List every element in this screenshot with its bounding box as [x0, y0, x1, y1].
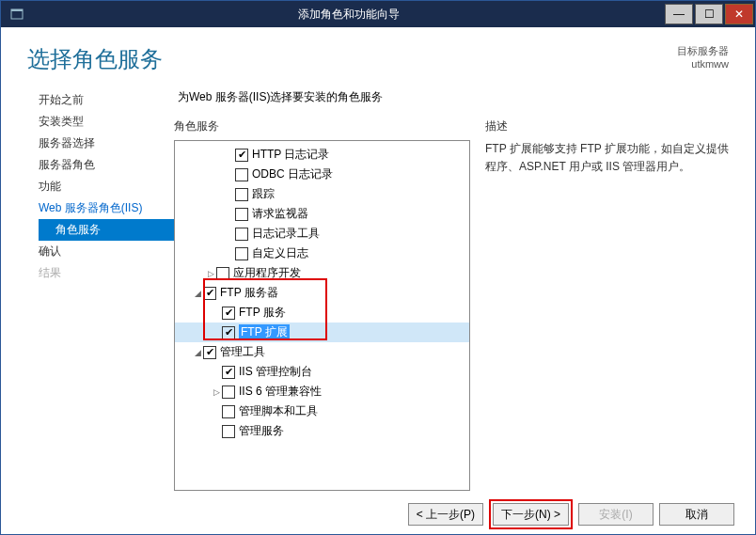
sidebar: 开始之前安装类型服务器选择服务器角色功能Web 服务器角色(IIS)角色服务确认… — [16, 86, 174, 491]
content-area: 选择角色服务 目标服务器 utkmww 开始之前安装类型服务器选择服务器角色功能… — [1, 27, 755, 534]
sidebar-item-2[interactable]: 服务器选择 — [39, 133, 174, 154]
tree-label: FTP 扩展 — [239, 324, 290, 340]
tree-row-7[interactable]: ◢FTP 服务器 — [175, 283, 469, 303]
checkbox[interactable] — [203, 346, 216, 359]
sidebar-item-5[interactable]: Web 服务器角色(IIS) — [39, 197, 174, 219]
maximize-button[interactable]: ☐ — [695, 4, 723, 24]
tree-row-2[interactable]: ▷跟踪 — [175, 184, 469, 204]
svg-rect-1 — [11, 9, 23, 11]
install-button: 安装(I) — [578, 503, 654, 526]
tree-row-0[interactable]: ▷HTTP 日志记录 — [175, 145, 469, 165]
tree-row-8[interactable]: ▷FTP 服务 — [175, 303, 469, 323]
tree-row-5[interactable]: ▷自定义日志 — [175, 244, 469, 263]
columns: 角色服务 ▷HTTP 日志记录▷ODBC 日志记录▷跟踪▷请求监视器▷日志记录工… — [174, 118, 736, 491]
sidebar-item-8: 结果 — [39, 262, 174, 284]
expand-icon[interactable]: ▷ — [205, 269, 216, 278]
page-title: 选择角色服务 — [27, 44, 163, 74]
titlebar: 添加角色和功能向导 — ☐ ✕ — [1, 1, 755, 27]
description-column: 描述 FTP 扩展能够支持 FTP 扩展功能，如自定义提供程序、ASP.NET … — [485, 118, 736, 491]
tree-label: FTP 服务器 — [220, 285, 278, 301]
close-button[interactable]: ✕ — [725, 4, 753, 24]
description-label: 描述 — [485, 118, 736, 134]
checkbox[interactable] — [235, 149, 248, 162]
checkbox[interactable] — [235, 188, 248, 201]
tree-row-14[interactable]: ▷管理服务 — [175, 421, 469, 441]
description-text: FTP 扩展能够支持 FTP 扩展功能，如自定义提供程序、ASP.NET 用户或… — [485, 140, 736, 176]
checkbox[interactable] — [235, 168, 248, 181]
body: 开始之前安装类型服务器选择服务器角色功能Web 服务器角色(IIS)角色服务确认… — [1, 82, 755, 495]
tree-label: HTTP 日志记录 — [252, 147, 329, 163]
checkbox[interactable] — [216, 267, 229, 280]
sidebar-item-0[interactable]: 开始之前 — [39, 89, 174, 111]
checkbox[interactable] — [235, 208, 248, 221]
expand-icon[interactable]: ◢ — [192, 348, 203, 357]
sidebar-item-4[interactable]: 功能 — [39, 176, 174, 197]
tree-label: IIS 6 管理兼容性 — [239, 384, 322, 400]
checkbox[interactable] — [235, 247, 248, 260]
tree-row-10[interactable]: ◢管理工具 — [175, 342, 469, 362]
checkbox[interactable] — [203, 287, 216, 300]
sidebar-item-7[interactable]: 确认 — [39, 241, 174, 262]
tree-row-6[interactable]: ▷应用程序开发 — [175, 263, 469, 283]
tree-row-11[interactable]: ▷IIS 管理控制台 — [175, 362, 469, 382]
minimize-button[interactable]: — — [665, 4, 693, 24]
expand-icon[interactable]: ◢ — [192, 289, 203, 298]
expand-icon[interactable]: ▷ — [211, 387, 222, 397]
tree-row-9[interactable]: ▷FTP 扩展 — [175, 323, 469, 342]
tree-label: FTP 服务 — [239, 305, 286, 321]
window-controls: — ☐ ✕ — [665, 4, 755, 24]
main-panel: 为Web 服务器(IIS)选择要安装的角色服务 角色服务 ▷HTTP 日志记录▷… — [174, 86, 736, 491]
footer: < 上一步(P) 下一步(N) > 安装(I) 取消 — [1, 495, 755, 534]
instruction-text: 为Web 服务器(IIS)选择要安装的角色服务 — [174, 86, 736, 118]
tree-label: 跟踪 — [252, 186, 275, 202]
prev-button[interactable]: < 上一步(P) — [408, 503, 483, 526]
role-services-tree[interactable]: ▷HTTP 日志记录▷ODBC 日志记录▷跟踪▷请求监视器▷日志记录工具▷自定义… — [174, 140, 470, 491]
cancel-button[interactable]: 取消 — [659, 503, 734, 526]
wizard-window: 添加角色和功能向导 — ☐ ✕ 选择角色服务 目标服务器 utkmww 开始之前… — [0, 0, 756, 535]
tree-label: IIS 管理控制台 — [239, 364, 312, 380]
target-server-value: utkmww — [677, 58, 729, 70]
tree-label: 管理工具 — [220, 344, 265, 360]
app-icon — [7, 4, 27, 24]
next-button[interactable]: 下一步(N) > — [493, 503, 569, 526]
tree-label: 管理脚本和工具 — [239, 403, 318, 419]
tree-label: 自定义日志 — [252, 245, 308, 261]
tree-row-3[interactable]: ▷请求监视器 — [175, 204, 469, 224]
tree-label: 管理服务 — [239, 423, 284, 439]
header: 选择角色服务 目标服务器 utkmww — [1, 27, 755, 82]
tree-row-4[interactable]: ▷日志记录工具 — [175, 224, 469, 244]
tree-column-label: 角色服务 — [174, 118, 470, 134]
window-title: 添加角色和功能向导 — [33, 7, 665, 23]
tree-label: ODBC 日志记录 — [252, 166, 333, 182]
sidebar-item-1[interactable]: 安装类型 — [39, 111, 174, 133]
checkbox[interactable] — [235, 228, 248, 241]
tree-row-12[interactable]: ▷IIS 6 管理兼容性 — [175, 382, 469, 401]
tree-row-13[interactable]: ▷管理脚本和工具 — [175, 401, 469, 421]
checkbox[interactable] — [222, 405, 235, 418]
checkbox[interactable] — [222, 366, 235, 379]
checkbox[interactable] — [222, 425, 235, 438]
target-server-box: 目标服务器 utkmww — [677, 44, 729, 70]
checkbox[interactable] — [222, 307, 235, 320]
target-server-label: 目标服务器 — [677, 44, 729, 58]
callout-next-button: 下一步(N) > — [489, 499, 573, 529]
checkbox[interactable] — [222, 386, 235, 399]
role-services-column: 角色服务 ▷HTTP 日志记录▷ODBC 日志记录▷跟踪▷请求监视器▷日志记录工… — [174, 118, 470, 491]
sidebar-item-6[interactable]: 角色服务 — [39, 219, 174, 241]
tree-label: 日志记录工具 — [252, 226, 320, 242]
tree-row-1[interactable]: ▷ODBC 日志记录 — [175, 165, 469, 184]
tree-label: 应用程序开发 — [233, 265, 301, 281]
sidebar-item-3[interactable]: 服务器角色 — [39, 154, 174, 176]
tree-label: 请求监视器 — [252, 206, 308, 222]
checkbox[interactable] — [222, 326, 235, 339]
